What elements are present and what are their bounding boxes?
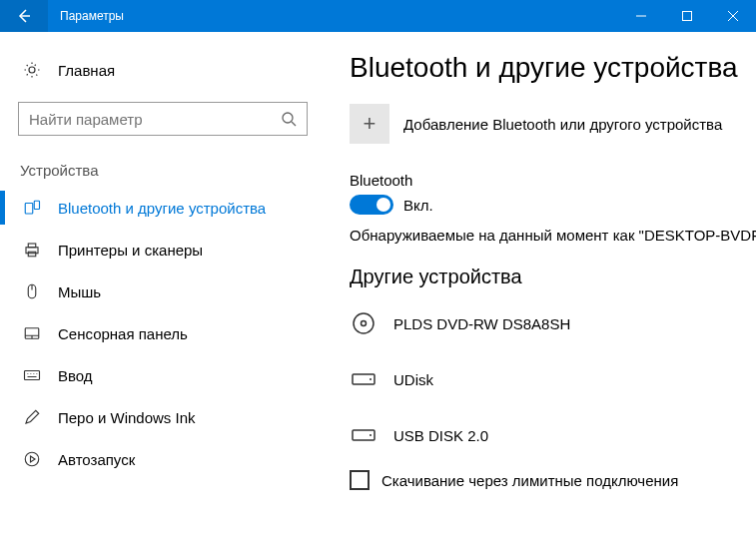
home-label: Главная bbox=[58, 62, 115, 79]
svg-point-1 bbox=[283, 113, 293, 123]
sidebar-item-label: Перо и Windows Ink bbox=[58, 409, 196, 426]
sidebar-item-label: Сенсорная панель bbox=[58, 325, 188, 342]
sidebar-item-label: Мышь bbox=[58, 283, 101, 300]
printer-icon bbox=[22, 241, 42, 259]
maximize-button[interactable] bbox=[664, 0, 710, 32]
bluetooth-toggle[interactable] bbox=[350, 195, 393, 215]
touchpad-icon bbox=[22, 324, 42, 342]
devices-icon bbox=[22, 199, 42, 217]
discoverable-text: Обнаруживаемые на данный момент как "DES… bbox=[350, 227, 756, 244]
sidebar-item-label: Автозапуск bbox=[58, 451, 135, 468]
sidebar: Главная Устройства Bluetooth и другие ус… bbox=[0, 32, 320, 537]
sidebar-group-title: Устройства bbox=[18, 162, 318, 179]
toggle-state-label: Вкл. bbox=[403, 197, 433, 214]
titlebar: Параметры bbox=[0, 0, 756, 32]
device-name: USB DISK 2.0 bbox=[393, 427, 488, 444]
bluetooth-section-label: Bluetooth bbox=[350, 172, 756, 189]
device-item[interactable]: PLDS DVD-RW DS8A8SH bbox=[350, 302, 756, 344]
sidebar-item-printers[interactable]: Принтеры и сканеры bbox=[18, 229, 318, 270]
device-name: UDisk bbox=[393, 371, 433, 388]
close-icon bbox=[728, 11, 738, 21]
svg-point-10 bbox=[25, 452, 39, 466]
back-button[interactable] bbox=[0, 0, 48, 32]
drive-icon bbox=[350, 371, 378, 387]
pen-icon bbox=[22, 408, 42, 426]
metered-label: Скачивание через лимитные подключения bbox=[381, 472, 678, 489]
plus-icon: + bbox=[350, 104, 389, 144]
checkbox[interactable] bbox=[350, 470, 370, 490]
svg-point-11 bbox=[354, 313, 374, 333]
gear-icon bbox=[22, 61, 42, 79]
home-link[interactable]: Главная bbox=[18, 50, 318, 90]
metered-download-option[interactable]: Скачивание через лимитные подключения bbox=[350, 470, 756, 490]
other-devices-heading: Другие устройства bbox=[350, 266, 756, 288]
search-box[interactable] bbox=[18, 102, 308, 136]
svg-rect-3 bbox=[34, 201, 39, 209]
keyboard-icon bbox=[22, 366, 42, 384]
device-item[interactable]: USB DISK 2.0 bbox=[350, 414, 756, 456]
minimize-icon bbox=[636, 11, 646, 21]
svg-rect-6 bbox=[28, 252, 36, 257]
add-device-label: Добавление Bluetooth или другого устройс… bbox=[403, 116, 722, 133]
sidebar-item-label: Принтеры и сканеры bbox=[58, 242, 203, 259]
svg-rect-9 bbox=[25, 371, 40, 380]
sidebar-item-label: Ввод bbox=[58, 367, 93, 384]
window-title: Параметры bbox=[48, 9, 618, 23]
page-title: Bluetooth и другие устройства bbox=[350, 52, 756, 84]
device-item[interactable]: UDisk bbox=[350, 358, 756, 400]
add-device-button[interactable]: + Добавление Bluetooth или другого устро… bbox=[350, 104, 756, 144]
arrow-left-icon bbox=[16, 8, 32, 24]
main-content: Bluetooth и другие устройства + Добавлен… bbox=[320, 32, 756, 537]
sidebar-item-label: Bluetooth и другие устройства bbox=[58, 200, 266, 217]
sidebar-item-typing[interactable]: Ввод bbox=[18, 354, 318, 396]
device-name: PLDS DVD-RW DS8A8SH bbox=[393, 315, 570, 332]
search-icon bbox=[281, 111, 297, 127]
sidebar-item-touchpad[interactable]: Сенсорная панель bbox=[18, 312, 318, 354]
svg-point-14 bbox=[370, 378, 372, 380]
disc-icon bbox=[350, 311, 378, 335]
svg-rect-2 bbox=[25, 204, 33, 215]
autoplay-icon bbox=[22, 450, 42, 468]
maximize-icon bbox=[682, 11, 692, 21]
sidebar-item-autoplay[interactable]: Автозапуск bbox=[18, 438, 318, 480]
sidebar-item-pen[interactable]: Перо и Windows Ink bbox=[18, 396, 318, 438]
mouse-icon bbox=[22, 282, 42, 300]
svg-point-16 bbox=[370, 434, 372, 436]
sidebar-item-bluetooth[interactable]: Bluetooth и другие устройства bbox=[18, 187, 318, 229]
close-button[interactable] bbox=[710, 0, 756, 32]
search-input[interactable] bbox=[29, 111, 281, 128]
svg-rect-5 bbox=[28, 244, 36, 248]
sidebar-item-mouse[interactable]: Мышь bbox=[18, 270, 318, 312]
drive-icon bbox=[350, 427, 378, 443]
minimize-button[interactable] bbox=[618, 0, 664, 32]
svg-rect-0 bbox=[683, 12, 692, 21]
svg-point-12 bbox=[362, 321, 367, 326]
window-controls bbox=[618, 0, 756, 32]
